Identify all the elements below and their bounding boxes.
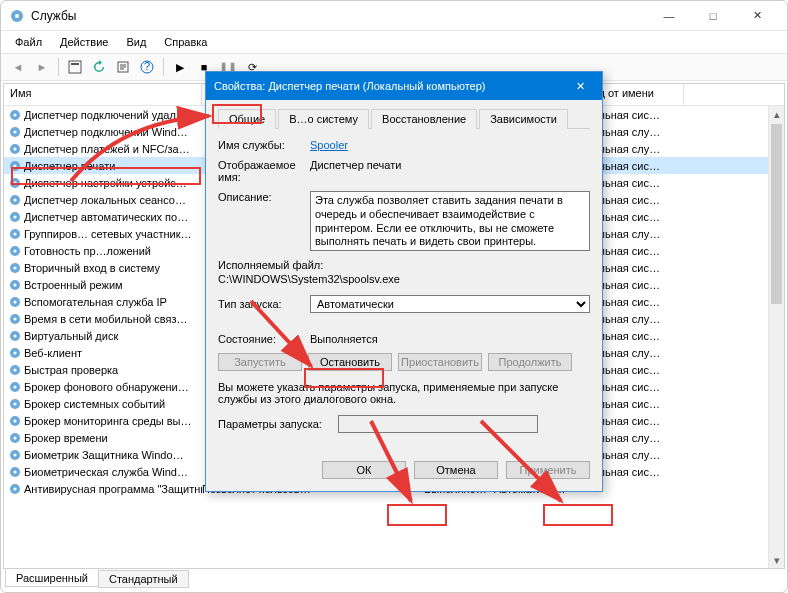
svg-point-1 <box>15 14 19 18</box>
start-params-input[interactable] <box>338 415 538 433</box>
resume-button[interactable]: Продолжить <box>488 353 572 371</box>
toolbar-refresh-button[interactable] <box>88 56 110 78</box>
gear-icon <box>8 227 22 241</box>
tab-standard[interactable]: Стандартный <box>98 570 189 588</box>
dialog-tabs: Общие В…о систему Восстановление Зависим… <box>218 108 590 129</box>
service-name: Биометрическая служба Wind… <box>24 466 202 478</box>
pause-button[interactable]: Приостановить <box>398 353 482 371</box>
service-name: Антивирусная программа "Защитника Window… <box>24 483 202 495</box>
svg-point-22 <box>13 232 16 235</box>
cancel-button[interactable]: Отмена <box>414 461 498 479</box>
stop-button[interactable]: Остановить <box>308 353 392 371</box>
service-name: Диспетчер автоматических по… <box>24 211 202 223</box>
service-name: Встроенный режим <box>24 279 202 291</box>
service-name: Брокер фонового обнаружени… <box>24 381 202 393</box>
service-name: Виртуальный диск <box>24 330 202 342</box>
toolbar-help-button[interactable]: ? <box>136 56 158 78</box>
properties-dialog: Свойства: Диспетчер печати (Локальный ко… <box>205 71 603 492</box>
service-name: Диспетчер подключений Wind… <box>24 126 202 138</box>
gear-icon <box>8 159 22 173</box>
toolbar-export-button[interactable] <box>112 56 134 78</box>
gear-icon <box>8 278 22 292</box>
gear-icon <box>8 329 22 343</box>
tab-recovery[interactable]: Восстановление <box>371 109 477 129</box>
scroll-down-icon[interactable]: ▾ <box>769 552 784 568</box>
service-name: Веб-клиент <box>24 347 202 359</box>
ok-button[interactable]: ОК <box>322 461 406 479</box>
svg-rect-2 <box>69 61 81 73</box>
startup-type-label: Тип запуска: <box>218 298 310 310</box>
menu-bar: Файл Действие Вид Справка <box>1 31 787 53</box>
svg-point-52 <box>13 487 16 490</box>
svg-point-8 <box>13 113 16 116</box>
vertical-scrollbar[interactable]: ▴ ▾ <box>768 106 784 568</box>
service-name: Диспетчер настройки устройс… <box>24 177 202 189</box>
gear-icon <box>8 363 22 377</box>
start-button[interactable]: Запустить <box>218 353 302 371</box>
tab-logon[interactable]: В…о систему <box>278 109 369 129</box>
tab-extended[interactable]: Расширенный <box>5 569 99 587</box>
menu-view[interactable]: Вид <box>118 34 154 50</box>
toolbar-properties-button[interactable] <box>64 56 86 78</box>
display-name-label: Отображаемое имя: <box>218 159 310 183</box>
gear-icon <box>8 193 22 207</box>
description-value[interactable]: Эта служба позволяет ставить задания печ… <box>310 191 590 251</box>
tab-general[interactable]: Общие <box>218 109 276 129</box>
gear-icon <box>8 397 22 411</box>
toolbar-back-button[interactable]: ◄ <box>7 56 29 78</box>
startup-type-select[interactable]: Автоматически <box>310 295 590 313</box>
service-name: Вторичный вход в систему <box>24 262 202 274</box>
dialog-title: Свойства: Диспетчер печати (Локальный ко… <box>214 80 566 92</box>
svg-point-30 <box>13 300 16 303</box>
executable-label: Исполняемый файл: <box>218 259 323 271</box>
service-name: Группиров… сетевых участник… <box>24 228 202 240</box>
column-name[interactable]: Имя <box>4 84 202 105</box>
service-name: Диспетчер локальных сеансо… <box>24 194 202 206</box>
svg-point-38 <box>13 368 16 371</box>
svg-rect-3 <box>71 63 79 65</box>
window-close-button[interactable]: ✕ <box>735 2 779 30</box>
svg-point-10 <box>13 130 16 133</box>
start-params-hint: Вы можете указать параметры запуска, при… <box>218 381 590 405</box>
toolbar-start-button[interactable]: ▶ <box>169 56 191 78</box>
dialog-close-button[interactable]: ✕ <box>566 80 594 93</box>
window-title: Службы <box>31 9 647 23</box>
svg-point-18 <box>13 198 16 201</box>
service-name: Диспетчер подключений удал… <box>24 109 202 121</box>
service-name: Диспетчер печати <box>24 160 202 172</box>
tab-dependencies[interactable]: Зависимости <box>479 109 568 129</box>
svg-point-42 <box>13 402 16 405</box>
bottom-tabs: Расширенный Стандартный <box>1 570 787 592</box>
gear-icon <box>8 295 22 309</box>
gear-icon <box>8 176 22 190</box>
gear-icon <box>8 142 22 156</box>
svg-point-12 <box>13 147 16 150</box>
scroll-thumb[interactable] <box>771 124 782 304</box>
window-maximize-button[interactable]: □ <box>691 2 735 30</box>
display-name-value: Диспетчер печати <box>310 159 590 171</box>
dialog-titlebar[interactable]: Свойства: Диспетчер печати (Локальный ко… <box>206 72 602 100</box>
svg-point-48 <box>13 453 16 456</box>
menu-file[interactable]: Файл <box>7 34 50 50</box>
gear-icon <box>8 414 22 428</box>
window-minimize-button[interactable]: — <box>647 2 691 30</box>
svg-point-14 <box>13 164 16 167</box>
description-label: Описание: <box>218 191 310 203</box>
svg-point-50 <box>13 470 16 473</box>
scroll-up-icon[interactable]: ▴ <box>769 106 784 122</box>
svg-point-36 <box>13 351 16 354</box>
menu-action[interactable]: Действие <box>52 34 116 50</box>
service-name: Готовность пр…ложений <box>24 245 202 257</box>
service-name: Быстрая проверка <box>24 364 202 376</box>
gear-icon <box>8 465 22 479</box>
svg-point-46 <box>13 436 16 439</box>
svg-point-44 <box>13 419 16 422</box>
toolbar-forward-button[interactable]: ► <box>31 56 53 78</box>
gear-icon <box>8 380 22 394</box>
menu-help[interactable]: Справка <box>156 34 215 50</box>
service-name: Диспетчер платежей и NFC/за… <box>24 143 202 155</box>
service-name: Брокер системных событий <box>24 398 202 410</box>
service-name-value[interactable]: Spooler <box>310 139 590 151</box>
gear-icon <box>8 210 22 224</box>
apply-button[interactable]: Применить <box>506 461 590 479</box>
